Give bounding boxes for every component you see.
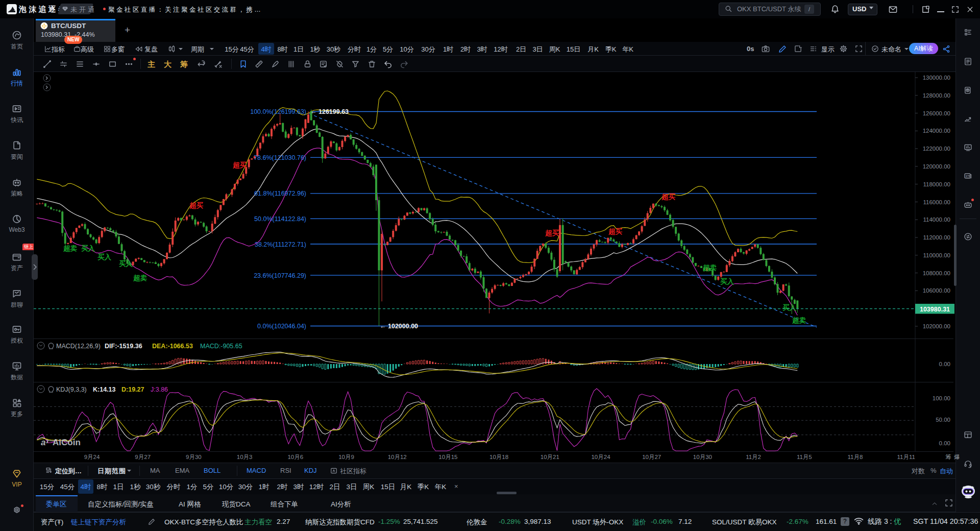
svg-text:124000.00: 124000.00: [923, 128, 950, 134]
svg-text:78.6%(121030.76): 78.6%(121030.76): [254, 154, 306, 161]
svg-text:KDJ(9,3,3): KDJ(9,3,3): [56, 386, 87, 393]
svg-text:11月2: 11月2: [746, 454, 761, 460]
svg-text:122000.00: 122000.00: [923, 146, 950, 152]
svg-text:超买: 超买: [232, 161, 247, 169]
svg-text:0.00: 0.00: [939, 440, 950, 446]
svg-text:38.2%(111272.71): 38.2%(111272.71): [255, 241, 306, 248]
svg-text:超卖: 超卖: [63, 245, 78, 252]
svg-text:11月5: 11月5: [797, 454, 812, 460]
svg-text:0.00: 0.00: [939, 361, 950, 367]
svg-text:11月11: 11月11: [897, 454, 915, 460]
svg-text:超买: 超买: [661, 193, 676, 201]
svg-text:128000.00: 128000.00: [923, 92, 950, 99]
svg-text:0.0%(102046.04): 0.0%(102046.04): [257, 323, 306, 330]
svg-text:买入: 买入: [782, 304, 797, 311]
svg-text:10月24: 10月24: [591, 454, 610, 460]
svg-text:103980.31: 103980.31: [920, 306, 950, 313]
svg-text:110000.00: 110000.00: [923, 252, 950, 258]
svg-text:超买: 超买: [545, 229, 559, 237]
svg-text:10月15: 10月15: [438, 454, 457, 460]
svg-text:aʴ: aʴ: [41, 438, 48, 447]
svg-text:9月30: 9月30: [186, 454, 202, 460]
svg-text:超买: 超买: [608, 228, 623, 235]
svg-text:← 126199.63: ← 126199.63: [310, 108, 349, 115]
svg-text:爆: 爆: [954, 454, 960, 460]
svg-text:超买: 超买: [189, 202, 204, 209]
svg-text:买入: 买入: [97, 253, 112, 261]
svg-text:10月27: 10月27: [642, 454, 661, 460]
svg-text:10月6: 10月6: [287, 454, 303, 460]
svg-text:D:19.27: D:19.27: [121, 386, 144, 393]
svg-text:130000.00: 130000.00: [923, 75, 950, 81]
svg-text:116000.00: 116000.00: [923, 199, 950, 205]
svg-text:J:3.86: J:3.86: [151, 386, 168, 393]
svg-text:超卖: 超卖: [133, 274, 148, 282]
svg-text:买入: 买入: [119, 260, 133, 268]
svg-text:50.0%(114122.84): 50.0%(114122.84): [254, 215, 306, 223]
svg-text:23.6%(107746.29): 23.6%(107746.29): [254, 272, 306, 279]
svg-text:102000.00: 102000.00: [923, 323, 950, 329]
svg-text:108000.00: 108000.00: [923, 270, 950, 276]
svg-text:61.8%(116972.96): 61.8%(116972.96): [254, 190, 306, 197]
svg-text:买入: 买入: [81, 245, 95, 252]
svg-text:K:14.13: K:14.13: [93, 386, 116, 393]
svg-text:MACD(12,26,9): MACD(12,26,9): [56, 343, 101, 350]
svg-text:DEA:-1066.53: DEA:-1066.53: [152, 343, 193, 350]
svg-text:筹: 筹: [945, 454, 951, 460]
svg-text:MACD:-905.65: MACD:-905.65: [200, 343, 242, 350]
svg-text:9月24: 9月24: [84, 454, 100, 460]
svg-text:118000.00: 118000.00: [923, 181, 950, 187]
svg-text:50.00: 50.00: [936, 417, 950, 423]
svg-text:买入: 买入: [720, 278, 734, 285]
svg-text:112000.00: 112000.00: [923, 234, 950, 240]
svg-text:114000.00: 114000.00: [923, 216, 950, 223]
svg-text:10月12: 10月12: [388, 454, 407, 460]
svg-text:超卖: 超卖: [792, 317, 806, 324]
svg-text:10月21: 10月21: [541, 454, 559, 460]
svg-text:DIF:-1519.36: DIF:-1519.36: [105, 343, 142, 350]
svg-text:10月18: 10月18: [489, 454, 508, 460]
svg-text:106000.00: 106000.00: [923, 287, 950, 294]
svg-text:← 102000.00: ← 102000.00: [380, 323, 418, 330]
svg-text:100.0%(126199.63): 100.0%(126199.63): [250, 108, 306, 115]
svg-text:9月27: 9月27: [135, 454, 151, 460]
svg-text:11月8: 11月8: [848, 454, 863, 460]
svg-text:100.00: 100.00: [933, 395, 950, 401]
svg-text:10月9: 10月9: [338, 454, 354, 460]
svg-text:AiCoin: AiCoin: [53, 438, 81, 447]
svg-text:10月30: 10月30: [693, 454, 712, 460]
svg-text:超卖: 超卖: [702, 264, 717, 272]
svg-text:10月3: 10月3: [237, 454, 253, 460]
svg-text:126000.00: 126000.00: [923, 110, 950, 116]
svg-text:120000.00: 120000.00: [923, 163, 950, 170]
